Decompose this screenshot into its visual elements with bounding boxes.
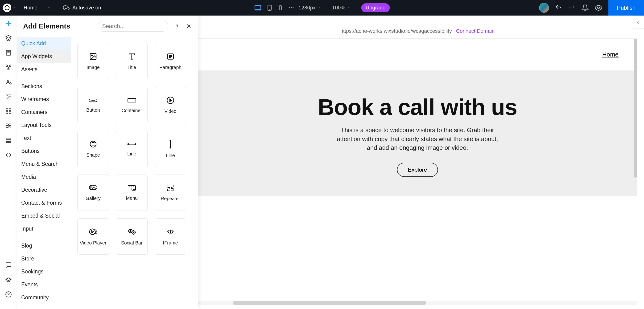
panel-title: Add Elements [23,22,70,30]
hero-subtitle[interactable]: This is a space to welcome visitors to t… [332,126,502,152]
svg-rect-28 [6,124,8,126]
element-video[interactable]: Video [155,87,186,123]
element-iframe[interactable]: IFrame [155,218,186,255]
hero-title[interactable]: Book a call with us [318,94,517,120]
element-label: Gallery [86,196,100,201]
category-media[interactable]: Media [17,171,71,183]
site-structure-icon[interactable] [5,64,12,71]
user-avatar[interactable] [539,3,549,13]
svg-point-23 [7,95,8,96]
element-social-bar[interactable]: Social Bar [116,218,148,255]
category-events[interactable]: Events [17,278,71,291]
close-icon[interactable] [186,23,192,29]
element-container[interactable]: Container [116,87,148,123]
connect-domain-link[interactable]: Connect Domain [456,28,495,34]
category-text[interactable]: Text [17,132,71,145]
undo-icon[interactable] [555,4,562,11]
pages-icon[interactable] [5,49,12,56]
tablet-icon[interactable] [266,4,273,11]
layers-icon[interactable] [5,35,12,41]
more-devices-icon[interactable] [288,5,294,11]
svg-point-8 [291,7,292,8]
left-rail [0,15,17,309]
category-assets[interactable]: Assets [17,63,71,76]
category-decorative[interactable]: Decorative [17,183,71,196]
social-bar-icon [128,228,136,236]
components-icon[interactable] [5,122,12,129]
category-menu-search[interactable]: Menu & Search [17,158,71,171]
svg-point-75 [90,229,95,235]
topbar-right: Publish [539,0,644,15]
svg-rect-61 [89,186,90,189]
category-bookings[interactable]: Bookings [17,265,71,278]
category-store[interactable]: Store [17,252,71,265]
element-video-player[interactable]: Video Player [77,218,109,255]
element-label: Video Player [80,240,106,246]
logo-dropdown[interactable] [3,3,16,12]
category-quick-add[interactable]: Quick Add [17,37,71,50]
zoom-control[interactable]: 100% [332,5,350,11]
category-sidebar: Quick Add App Widgets Assets Sections Wi… [17,37,71,309]
element-title[interactable]: Title [116,43,148,79]
desktop-icon[interactable] [254,4,262,11]
svg-rect-1 [255,5,261,10]
category-blog[interactable]: Blog [17,239,71,252]
page-selector[interactable]: Home [20,5,54,11]
svg-point-18 [9,65,11,67]
svg-rect-72 [171,185,173,187]
elements-grid: Image Title Paragraph Button Container [71,37,198,309]
category-community[interactable]: Community [17,291,71,304]
horizontal-scrollbar[interactable] [198,301,638,305]
help-icon[interactable] [5,291,12,298]
mobile-icon[interactable] [278,4,283,11]
element-label: Video [164,109,176,114]
publish-button[interactable]: Publish [608,0,644,15]
category-app-widgets[interactable]: App Widgets [17,50,71,63]
element-image[interactable]: Image [77,43,109,79]
preview-eye-icon[interactable] [595,4,602,11]
cms-icon[interactable] [5,137,12,144]
element-line-vertical[interactable]: Line [155,131,186,167]
viewport-width-control[interactable]: 1280px [299,5,321,11]
media-icon[interactable] [5,93,12,100]
category-input[interactable]: Input [17,222,71,235]
nav-link-home[interactable]: Home [602,51,618,58]
learn-icon[interactable] [5,277,12,283]
element-repeater[interactable]: Repeater [155,175,186,211]
category-contact-forms[interactable]: Contact & Forms [17,196,71,209]
element-paragraph[interactable]: Paragraph [155,43,186,79]
svg-marker-13 [6,35,11,38]
search-input[interactable] [102,23,172,29]
apps-icon[interactable] [5,108,12,114]
element-button[interactable]: Button [77,87,109,123]
element-shape[interactable]: Shape [77,131,109,167]
svg-marker-53 [170,99,172,101]
comments-icon[interactable] [5,262,12,269]
svg-rect-26 [6,112,8,113]
dev-mode-icon[interactable] [5,152,12,158]
category-containers[interactable]: Containers [17,106,71,119]
category-sections[interactable]: Sections [17,80,71,93]
bell-icon[interactable] [582,4,588,11]
search-field[interactable] [98,21,168,31]
chevron-down-icon [318,6,321,9]
element-line-horizontal[interactable]: Line [116,131,148,167]
scrollbar-thumb[interactable] [233,301,426,305]
redo-icon[interactable] [568,4,576,11]
right-panel-toggle[interactable] [632,15,644,29]
add-elements-icon[interactable] [5,20,12,27]
autosave-indicator[interactable]: Autosave on [63,4,101,11]
category-embed-social[interactable]: Embed & Social [17,209,71,222]
category-layout-tools[interactable]: Layout Tools [17,119,71,132]
vertical-scrollbar[interactable] [634,39,638,178]
category-buttons[interactable]: Buttons [17,145,71,158]
typography-icon[interactable] [5,79,12,85]
element-menu[interactable]: Menu [116,175,148,211]
hero-cta-button[interactable]: Explore [397,163,438,177]
category-wireframes[interactable]: Wireframes [17,93,71,106]
site-preview[interactable]: Home Book a call with us This is a space… [198,39,638,306]
element-gallery[interactable]: Gallery [77,175,109,211]
upgrade-button[interactable]: Upgrade [361,3,390,12]
title-icon [128,52,136,60]
panel-help-icon[interactable] [174,23,180,29]
